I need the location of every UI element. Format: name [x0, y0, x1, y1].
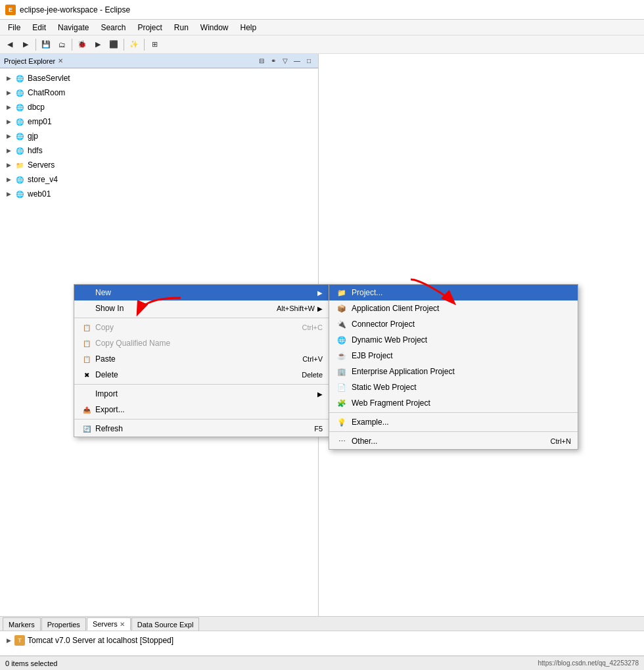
project-icon-hdfs: 🌐	[14, 145, 25, 156]
sub-static-web[interactable]: 📄 Static Web Project	[329, 379, 578, 395]
tree-item-storev4[interactable]: ▶ 🌐 store_v4	[0, 172, 318, 187]
toggle-chatroom[interactable]: ▶	[5, 89, 12, 96]
toggle-servers[interactable]: ▶	[5, 162, 12, 168]
tab-datasource[interactable]: Data Source Expl	[131, 617, 200, 631]
sub-other[interactable]: ⋯ Other... Ctrl+N	[329, 433, 578, 449]
toggle-gjp[interactable]: ▶	[5, 133, 12, 139]
panel-close-icon: ✕	[58, 57, 63, 64]
bottom-tabs: Markers Properties Servers ✕ Data Source…	[0, 617, 644, 631]
tree-item-gjp[interactable]: ▶ 🌐 gjp	[0, 129, 318, 143]
link-with-editor-icon[interactable]: ⚭	[268, 56, 279, 66]
menu-navigate[interactable]: Navigate	[53, 22, 94, 34]
red-arrow-left	[131, 295, 184, 321]
ctx-paste-shortcut: Ctrl+V	[302, 355, 323, 363]
tab-servers-close[interactable]: ✕	[120, 621, 125, 628]
sub-connector[interactable]: 🔌 Connector Project	[329, 316, 578, 332]
menu-search[interactable]: Search	[95, 22, 131, 34]
sub-example[interactable]: 💡 Example...	[329, 414, 578, 430]
tree-item-dbcp[interactable]: ▶ 🌐 dbcp	[0, 100, 318, 114]
tree-item-hdfs[interactable]: ▶ 🌐 hdfs	[0, 143, 318, 158]
toggle-hdfs[interactable]: ▶	[5, 147, 12, 154]
tree-item-baseservlet[interactable]: ▶ 🌐 BaseServlet	[0, 71, 318, 85]
ctx-copy-icon: 📋	[81, 322, 93, 333]
menu-help[interactable]: Help	[235, 22, 262, 34]
ctx-export-icon: 📤	[81, 404, 93, 415]
collapse-all-icon[interactable]: ⊟	[256, 56, 267, 66]
ctx-import[interactable]: Import ▶	[74, 386, 329, 402]
sub-project-label: Project...	[352, 288, 382, 297]
toolbar-open-perspective[interactable]: ⊞	[147, 37, 162, 52]
sub-ejb[interactable]: ☕ EJB Project	[329, 348, 578, 364]
project-label-emp01: emp01	[28, 117, 52, 126]
ctx-copy-qual-icon: 📋	[81, 338, 93, 348]
sub-dynamic-web-icon: 🌐	[336, 335, 348, 345]
project-icon-dbcp: 🌐	[14, 102, 25, 112]
toggle-dbcp[interactable]: ▶	[5, 104, 12, 110]
ctx-copy-qualified-label: Copy Qualified Name	[95, 339, 170, 348]
toolbar-stop[interactable]: ⬛	[106, 37, 121, 52]
project-label-hdfs: hdfs	[28, 146, 43, 155]
status-bar: 0 items selected https://blog.csdn.net/q…	[0, 656, 644, 670]
sub-connector-label: Connector Project	[352, 320, 415, 329]
menu-project[interactable]: Project	[132, 22, 167, 34]
ctx-export[interactable]: 📤 Export...	[74, 402, 329, 418]
toolbar-run[interactable]: ▶	[91, 37, 105, 52]
toggle-web01[interactable]: ▶	[5, 191, 12, 197]
tree-item-servers[interactable]: ▶ 📁 Servers	[0, 158, 318, 172]
ctx-paste[interactable]: 📋 Paste Ctrl+V	[74, 351, 329, 367]
ctx-paste-label: Paste	[95, 354, 116, 364]
toolbar-debug[interactable]: 🐞	[75, 37, 89, 52]
project-icon-baseservlet: 🌐	[14, 73, 25, 84]
toolbar-save[interactable]: 💾	[39, 37, 53, 52]
sub-connector-icon: 🔌	[336, 319, 348, 329]
toggle-storev4[interactable]: ▶	[5, 176, 12, 183]
toolbar-sep-2	[72, 39, 72, 51]
toolbar-back[interactable]: ◀	[3, 37, 17, 52]
tree-item-emp01[interactable]: ▶ 🌐 emp01	[0, 114, 318, 129]
tab-markers[interactable]: Markers	[3, 617, 41, 631]
sub-dynamic-web[interactable]: 🌐 Dynamic Web Project	[329, 332, 578, 348]
ctx-refresh-shortcut: F5	[314, 425, 323, 433]
project-icon-emp01: 🌐	[14, 116, 25, 127]
toolbar-new[interactable]: ✨	[127, 37, 141, 52]
toggle-emp01[interactable]: ▶	[5, 118, 12, 125]
ctx-showin[interactable]: Show In Alt+Shift+W ▶	[74, 300, 329, 316]
sub-sep-1	[329, 412, 578, 413]
tree-item-chatroom[interactable]: ▶ 🌐 ChatRoom	[0, 85, 318, 100]
tab-servers[interactable]: Servers ✕	[87, 617, 131, 631]
server-toggle[interactable]: ▶	[5, 637, 12, 644]
sub-dynamic-web-label: Dynamic Web Project	[352, 335, 427, 345]
ctx-showin-icon	[81, 303, 93, 314]
context-menu[interactable]: New ▶ Show In Alt+Shift+W ▶ 📋 Copy Ctrl+…	[74, 284, 330, 437]
sub-ejb-icon: ☕	[336, 350, 348, 361]
project-label-gjp: gjp	[28, 132, 38, 141]
toolbar-saveall[interactable]: 🗂	[55, 37, 69, 52]
ctx-showin-label: Show In	[95, 304, 124, 313]
ctx-delete-label: Delete	[95, 370, 118, 379]
toolbar-sep-3	[124, 39, 124, 51]
project-label-baseservlet: BaseServlet	[28, 74, 70, 83]
sub-enterprise-app[interactable]: 🏢 Enterprise Application Project	[329, 364, 578, 379]
maximize-icon[interactable]: □	[304, 56, 314, 66]
ctx-new[interactable]: New ▶	[74, 285, 329, 300]
ctx-refresh[interactable]: 🔄 Refresh F5	[74, 421, 329, 437]
tab-properties[interactable]: Properties	[41, 617, 86, 631]
project-icon-web01: 🌐	[14, 189, 25, 199]
minimize-icon[interactable]: —	[292, 56, 302, 66]
menu-run[interactable]: Run	[169, 22, 194, 34]
sub-static-web-label: Static Web Project	[352, 383, 416, 392]
menu-file[interactable]: File	[3, 22, 26, 34]
red-arrow-right	[407, 276, 460, 309]
view-menu-icon[interactable]: ▽	[280, 56, 290, 66]
ctx-copy: 📋 Copy Ctrl+C	[74, 320, 329, 335]
toolbar-forward[interactable]: ▶	[18, 37, 33, 52]
menu-window[interactable]: Window	[195, 22, 234, 34]
ctx-delete[interactable]: ✖ Delete Delete	[74, 367, 329, 383]
sub-web-fragment[interactable]: 🧩 Web Fragment Project	[329, 395, 578, 411]
sub-enterprise-icon: 🏢	[336, 366, 348, 377]
tree-item-web01[interactable]: ▶ 🌐 web01	[0, 187, 318, 201]
bottom-panel: Markers Properties Servers ✕ Data Source…	[0, 616, 644, 656]
toggle-baseservlet[interactable]: ▶	[5, 75, 12, 82]
server-item-tomcat[interactable]: ▶ T Tomcat v7.0 Server at localhost [Sto…	[5, 634, 639, 647]
menu-edit[interactable]: Edit	[27, 22, 51, 34]
